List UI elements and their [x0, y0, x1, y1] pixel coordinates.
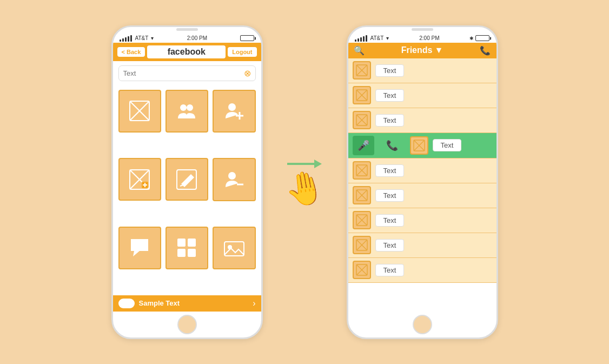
mic-button[interactable]: 🎤 — [353, 136, 374, 155]
list-item-1[interactable]: Text — [348, 83, 497, 108]
chat-icon — [129, 237, 150, 259]
list-item-7[interactable]: Text — [348, 233, 497, 258]
arrow-head — [314, 160, 322, 168]
friends-title: Friends ▼ — [401, 45, 443, 55]
svg-rect-19 — [188, 239, 196, 247]
list-item-3-active[interactable]: 🎤 📞 Text — [348, 133, 497, 158]
group-icon — [176, 100, 197, 122]
search-input[interactable] — [123, 69, 244, 77]
person-remove-icon — [223, 169, 245, 190]
phone-icon[interactable]: 📞 — [480, 45, 491, 56]
grid-cell-person-add[interactable] — [213, 90, 255, 133]
phone1-content: Back facebook Logout ⊗ — [113, 43, 261, 312]
list-item-2[interactable]: Text — [348, 108, 497, 133]
phone1-top-notch — [113, 27, 261, 33]
list-thumb-6 — [353, 211, 371, 229]
phone2-speaker — [412, 28, 433, 31]
person-add-icon — [223, 100, 245, 122]
svg-point-4 — [187, 104, 193, 111]
toggle-switch[interactable] — [118, 299, 135, 308]
phone2-navbar: 🔍 Friends ▼ 📞 — [348, 43, 497, 58]
list-item-4[interactable]: Text — [348, 158, 497, 183]
signal-dots — [120, 35, 132, 42]
list-text-5: Text — [375, 189, 405, 202]
phone2-signal: AT&T ▾ — [355, 35, 389, 42]
grid-cell-group[interactable] — [166, 90, 208, 133]
hand-icon: 🤚 — [282, 169, 327, 208]
list-text-2: Text — [375, 114, 405, 127]
list-thumb-1 — [353, 86, 371, 104]
list-item-6[interactable]: Text — [348, 208, 497, 233]
image-thumb-1 — [356, 89, 368, 101]
call-button[interactable]: 📞 — [379, 136, 406, 155]
svg-point-5 — [228, 103, 236, 111]
grid-cell-edit[interactable] — [166, 158, 208, 201]
gallery-icon — [223, 237, 245, 259]
list-thumb-active — [410, 136, 428, 155]
list-item-5[interactable]: Text — [348, 183, 497, 208]
phone1-grid — [113, 85, 261, 295]
scene: AT&T ▾ 2:00 PM Back facebook Logout ⊗ — [111, 25, 498, 339]
list-text-6: Text — [375, 214, 405, 227]
list-text-0: Text — [375, 64, 405, 77]
back-button[interactable]: Back — [117, 47, 145, 57]
phone2-home-button[interactable] — [413, 315, 432, 334]
phone1-battery — [240, 35, 254, 41]
grid-cell-grid[interactable] — [166, 227, 208, 269]
arrow — [287, 160, 322, 168]
phone1-time: 2:00 PM — [187, 35, 207, 41]
svg-rect-22 — [224, 242, 244, 256]
phone2-time: 2:00 PM — [419, 35, 439, 41]
phone2-carrier: AT&T — [370, 35, 384, 41]
list-text-8: Text — [375, 264, 405, 276]
grid-cell-person-remove[interactable] — [213, 158, 255, 201]
phone2-top-notch — [348, 27, 497, 33]
grid-cell-image[interactable] — [118, 90, 161, 133]
phone1-speaker — [176, 28, 198, 31]
svg-point-16 — [228, 172, 236, 180]
image-thumb-0 — [356, 64, 368, 76]
svg-rect-20 — [177, 249, 186, 257]
grid-cell-gallery[interactable] — [213, 227, 255, 269]
phone-2: AT&T ▾ 2:00 PM ✱ 🔍 Friends ▼ 📞 — [347, 25, 498, 339]
phone-1: AT&T ▾ 2:00 PM Back facebook Logout ⊗ — [111, 25, 263, 339]
swipe-indicator: 🤚 — [284, 160, 325, 205]
phone2-wifi: ▾ — [386, 35, 389, 41]
phone1-search-bar: ⊗ — [118, 65, 256, 81]
list-thumb-0 — [353, 61, 371, 80]
phone2-friend-list: Text Text — [348, 58, 497, 312]
facebook-title: facebook — [147, 45, 226, 58]
svg-rect-21 — [188, 249, 196, 257]
phone1-wifi: ▾ — [151, 35, 154, 41]
logout-button[interactable]: Logout — [228, 47, 256, 57]
phone1-navbar: Back facebook Logout — [113, 43, 261, 61]
list-thumb-5 — [353, 186, 371, 204]
footer-label: Sample Text — [139, 299, 249, 307]
friends-title-text: Friends — [401, 45, 433, 55]
image-thumb-5 — [356, 189, 368, 201]
signal-dots-2 — [355, 35, 367, 42]
phone1-home-button[interactable] — [177, 315, 197, 334]
list-item-0[interactable]: Text — [348, 58, 497, 83]
image-edit-icon — [129, 169, 150, 190]
image-thumb-7 — [356, 239, 368, 251]
list-thumb-4 — [353, 161, 371, 180]
search-icon[interactable]: 🔍 — [354, 45, 365, 56]
list-item-8[interactable]: Text — [348, 258, 497, 283]
grid-cell-chat[interactable] — [118, 227, 161, 269]
clear-icon[interactable]: ⊗ — [244, 68, 251, 78]
phone2-status-bar: AT&T ▾ 2:00 PM ✱ — [348, 33, 497, 43]
arrow-line — [287, 163, 314, 165]
svg-line-15 — [180, 185, 183, 186]
chevron-right-icon: › — [253, 299, 255, 308]
image-thumb-2 — [356, 114, 368, 126]
image-thumb-active — [413, 140, 425, 151]
phone2-battery-group: ✱ — [469, 35, 489, 41]
phone1-battery-group — [240, 35, 254, 41]
grid-cell-image-edit[interactable] — [118, 158, 161, 201]
dropdown-icon[interactable]: ▼ — [434, 45, 443, 55]
grid-icon — [176, 237, 197, 259]
edit-icon — [176, 169, 197, 190]
list-thumb-7 — [353, 236, 371, 254]
phone2-battery — [475, 35, 489, 41]
